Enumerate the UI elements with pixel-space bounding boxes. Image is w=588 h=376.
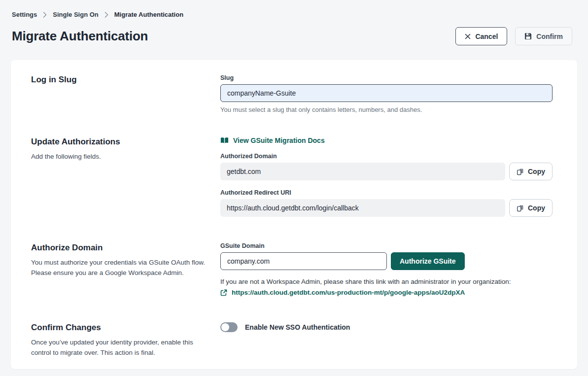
view-gsuite-migration-docs-link[interactable]: View GSuite Migration Docs bbox=[220, 137, 325, 144]
section-desc-authorize-domain: You must authorize your credentials via … bbox=[31, 257, 206, 278]
page-header: Settings Single Sign On Migrate Authenti… bbox=[0, 0, 588, 45]
section-heading-authorize-domain: Authorize Domain bbox=[31, 242, 206, 253]
docs-link-label: View GSuite Migration Docs bbox=[233, 137, 325, 144]
slug-help-text: You must select a slug that only contain… bbox=[220, 106, 553, 113]
gsuite-domain-input[interactable] bbox=[220, 252, 387, 270]
section-update-authorizations: Update Authorizations Add the following … bbox=[31, 137, 553, 217]
copy-button-label: Copy bbox=[528, 168, 545, 175]
save-icon bbox=[524, 33, 532, 40]
chevron-right-icon bbox=[43, 12, 47, 18]
confirm-button-label: Confirm bbox=[536, 33, 563, 40]
breadcrumb: Settings Single Sign On Migrate Authenti… bbox=[12, 11, 572, 18]
enable-sso-toggle[interactable] bbox=[220, 322, 238, 332]
header-actions: Cancel Confirm bbox=[455, 27, 572, 45]
copy-icon bbox=[517, 168, 524, 175]
section-confirm-changes: Confirm Changes Once you’ve updated your… bbox=[31, 322, 553, 358]
cancel-button[interactable]: Cancel bbox=[455, 27, 507, 45]
cancel-button-label: Cancel bbox=[475, 33, 498, 40]
authorized-domain-label: Authorized Domain bbox=[220, 153, 553, 160]
copy-authorized-domain-button[interactable]: Copy bbox=[509, 163, 553, 180]
section-desc-update-authorizations: Add the following fields. bbox=[31, 151, 206, 162]
workspace-admin-note: If you are not a Workspace Admin, please… bbox=[220, 278, 553, 285]
section-heading-login-slug: Log in Slug bbox=[31, 74, 206, 85]
breadcrumb-settings[interactable]: Settings bbox=[12, 11, 37, 18]
authorize-gsuite-button[interactable]: Authorize GSuite bbox=[391, 252, 465, 270]
section-login-slug: Log in Slug Slug You must select a slug … bbox=[31, 74, 553, 113]
settings-card: Log in Slug Slug You must select a slug … bbox=[11, 60, 577, 369]
external-link-icon bbox=[220, 289, 227, 296]
breadcrumb-migrate-authentication: Migrate Authentication bbox=[114, 11, 183, 18]
copy-button-label: Copy bbox=[528, 204, 545, 212]
breadcrumb-single-sign-on[interactable]: Single Sign On bbox=[53, 11, 98, 18]
confirm-button[interactable]: Confirm bbox=[515, 27, 572, 45]
enable-sso-toggle-label: Enable New SSO Authentication bbox=[245, 323, 350, 331]
page-title: Migrate Authentication bbox=[12, 29, 148, 44]
close-icon bbox=[465, 34, 471, 39]
authorized-redirect-uri-value: https://auth.cloud.getdbt.com/login/call… bbox=[220, 199, 505, 217]
book-icon bbox=[220, 137, 229, 144]
section-desc-confirm-changes: Once you’ve updated your identity provid… bbox=[31, 337, 206, 358]
slug-input[interactable] bbox=[220, 84, 553, 102]
section-heading-confirm-changes: Confirm Changes bbox=[31, 322, 206, 333]
toggle-knob bbox=[221, 323, 229, 331]
gsuite-domain-label: GSuite Domain bbox=[220, 242, 553, 249]
section-heading-update-authorizations: Update Authorizations bbox=[31, 137, 206, 147]
chevron-right-icon bbox=[104, 12, 108, 18]
section-authorize-domain: Authorize Domain You must authorize your… bbox=[31, 242, 553, 296]
copy-redirect-uri-button[interactable]: Copy bbox=[509, 199, 553, 217]
authorized-redirect-uri-label: Authorized Redirect URI bbox=[220, 189, 553, 196]
admin-share-link[interactable]: https://auth.cloud.getdbt.com/us-product… bbox=[232, 289, 465, 296]
slug-label: Slug bbox=[220, 74, 553, 81]
copy-icon bbox=[517, 205, 524, 212]
authorized-domain-value: getdbt.com bbox=[220, 163, 505, 180]
